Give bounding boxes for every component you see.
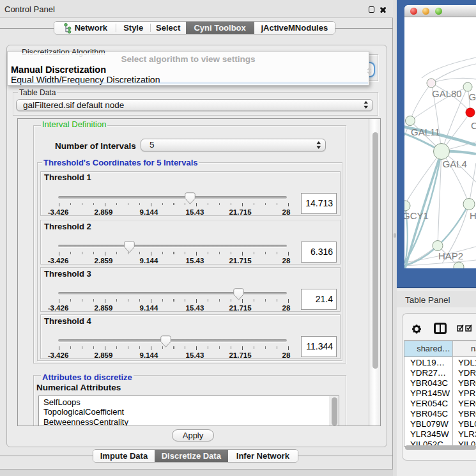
svg-text:GAL4: GAL4	[443, 158, 467, 169]
svg-text:GCY1: GCY1	[404, 210, 429, 221]
svg-text:GAL80: GAL80	[432, 88, 462, 99]
svg-text:HAP2: HAP2	[438, 250, 463, 261]
svg-text:GA: GA	[469, 91, 476, 102]
svg-text:GAL11: GAL11	[411, 127, 440, 137]
svg-text:H: H	[470, 210, 476, 221]
svg-text:C: C	[471, 120, 476, 131]
